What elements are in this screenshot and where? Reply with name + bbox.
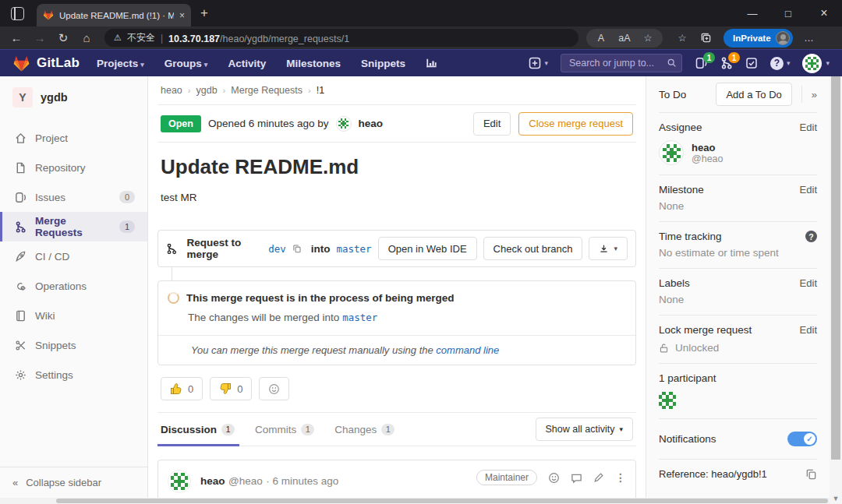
- breadcrumb-mr-id[interactable]: !1: [317, 85, 324, 96]
- tab-discussion[interactable]: Discussion 1: [161, 413, 235, 446]
- command-line-link[interactable]: command line: [436, 344, 499, 356]
- mr-tabs: Discussion 1 Commits 1 Changes 1 Show al…: [157, 412, 636, 446]
- translate-icon[interactable]: aA: [613, 33, 636, 44]
- gitlab-brand-name: GitLab: [37, 55, 80, 71]
- chevron-down-icon: ▾: [140, 61, 144, 69]
- download-dropdown-button[interactable]: ▾: [589, 237, 628, 260]
- issues-dashboard-button[interactable]: 1: [695, 57, 708, 69]
- browser-profile-avatar: [776, 31, 790, 45]
- assignee-name[interactable]: heao: [692, 142, 723, 153]
- thumbs-up-icon: [170, 382, 182, 395]
- nav-groups[interactable]: Groups▾: [165, 58, 208, 69]
- close-window-button[interactable]: ×: [806, 0, 842, 26]
- todos-button[interactable]: [745, 57, 758, 69]
- search-input[interactable]: [561, 54, 682, 72]
- check-out-branch-button[interactable]: Check out branch: [483, 237, 583, 260]
- add-reaction-icon[interactable]: [548, 472, 560, 484]
- inprivate-badge[interactable]: InPrivate: [723, 29, 793, 48]
- nav-projects[interactable]: Projects▾: [97, 58, 144, 69]
- edit-labels-button[interactable]: Edit: [800, 277, 817, 289]
- edit-assignee-button[interactable]: Edit: [800, 122, 817, 133]
- comment-time[interactable]: · 6 minutes ago: [266, 475, 338, 487]
- maximize-button[interactable]: □: [770, 0, 806, 26]
- refresh-icon[interactable]: ↻: [51, 31, 75, 45]
- add-todo-button[interactable]: Add a To Do: [716, 83, 791, 106]
- sidebar-item-operations[interactable]: Operations: [0, 271, 147, 301]
- new-tab-button[interactable]: +: [200, 5, 208, 21]
- show-all-activity-button[interactable]: Show all activity ▾: [536, 418, 633, 441]
- merge-requests-dashboard-button[interactable]: 1: [720, 57, 733, 69]
- author-name[interactable]: heao: [359, 118, 384, 129]
- open-in-web-ide-button[interactable]: Open in Web IDE: [378, 237, 477, 260]
- security-warning-icon: ⚠: [114, 33, 122, 43]
- time-tracking-help-icon[interactable]: ?: [805, 231, 817, 242]
- breadcrumb-group[interactable]: heao: [161, 85, 182, 96]
- address-bar[interactable]: ⚠ 不安全 | 10.3.70.187/heao/ygdb/merge_requ…: [104, 29, 578, 47]
- help-menu-button[interactable]: ? ▾: [770, 57, 791, 70]
- changes-count: 1: [381, 424, 394, 435]
- target-branch[interactable]: master: [342, 312, 377, 323]
- participants-section: 1 participant: [659, 363, 817, 418]
- forward-icon[interactable]: →: [28, 31, 51, 44]
- scroll-down-arrow-icon[interactable]: ▼: [830, 495, 842, 502]
- copy-reference-icon[interactable]: [805, 468, 817, 480]
- minimize-button[interactable]: —: [734, 0, 770, 26]
- collapse-sidebar-button[interactable]: « Collapse sidebar: [0, 467, 147, 498]
- collections-icon[interactable]: [694, 32, 717, 44]
- milestone-value: None: [659, 200, 817, 212]
- browser-tab[interactable]: Update README.md (!1) · Merge ×: [37, 4, 191, 26]
- horizontal-scrollbar[interactable]: [0, 498, 830, 504]
- sidebar-item-repository[interactable]: Repository: [0, 153, 147, 182]
- favorites-bar-icon[interactable]: ☆: [670, 32, 694, 44]
- commenter-name[interactable]: heao: [200, 475, 225, 487]
- edit-comment-icon[interactable]: [593, 472, 604, 483]
- tab-changes[interactable]: Changes 1: [334, 413, 394, 446]
- sidebar-item-settings[interactable]: Settings: [0, 360, 147, 389]
- edit-button[interactable]: Edit: [473, 112, 511, 136]
- reply-comment-icon[interactable]: [571, 472, 582, 484]
- tab-actions-menu-icon[interactable]: [11, 7, 24, 20]
- new-menu-button[interactable]: ▾: [529, 57, 548, 69]
- vertical-scrollbar[interactable]: ▼: [830, 76, 842, 504]
- nav-activity[interactable]: Activity: [228, 58, 266, 69]
- horizontal-scrollbar-thumb[interactable]: [56, 499, 828, 503]
- chevron-down-icon: ▾: [614, 245, 617, 252]
- sidebar-item-issues[interactable]: Issues 0: [0, 182, 147, 212]
- user-menu-button[interactable]: ▾: [802, 54, 830, 73]
- copy-branch-icon[interactable]: [292, 243, 302, 254]
- close-merge-request-button[interactable]: Close merge request: [518, 112, 633, 136]
- sidebar-item-project[interactable]: Project: [0, 123, 147, 153]
- notifications-toggle[interactable]: ✓: [787, 432, 817, 446]
- tab-commits[interactable]: Commits 1: [255, 413, 314, 446]
- chart-icon[interactable]: [426, 58, 437, 69]
- project-header[interactable]: Y ygdb: [0, 76, 147, 123]
- edit-milestone-button[interactable]: Edit: [800, 184, 817, 196]
- gitlab-home-link[interactable]: GitLab: [12, 55, 80, 72]
- breadcrumb-merge-requests[interactable]: Merge Requests: [231, 85, 302, 96]
- sidebar-item-cicd[interactable]: CI / CD: [0, 241, 147, 271]
- vertical-scrollbar-thumb[interactable]: [831, 76, 840, 460]
- source-branch[interactable]: dev: [268, 243, 286, 255]
- gear-icon: [15, 369, 27, 381]
- breadcrumb-project[interactable]: ygdb: [196, 85, 217, 96]
- kebab-menu-icon[interactable]: ⋮: [615, 471, 626, 484]
- nav-snippets[interactable]: Snippets: [361, 58, 405, 69]
- target-branch[interactable]: master: [336, 243, 371, 255]
- sidebar-item-merge-requests[interactable]: Merge Requests 1: [0, 212, 147, 241]
- thumbs-up-button[interactable]: 0: [161, 377, 203, 400]
- back-icon[interactable]: ←: [5, 31, 28, 44]
- add-favorite-icon[interactable]: ☆: [636, 32, 660, 44]
- tab-close-icon[interactable]: ×: [179, 10, 185, 21]
- read-aloud-icon[interactable]: A: [589, 33, 613, 44]
- edit-lock-button[interactable]: Edit: [800, 324, 817, 336]
- sidebar-item-wiki[interactable]: Wiki: [0, 301, 147, 330]
- nav-milestones[interactable]: Milestones: [286, 58, 341, 69]
- add-emoji-button[interactable]: [259, 377, 289, 400]
- home-icon[interactable]: ⌂: [75, 31, 98, 44]
- participant-avatar[interactable]: [659, 392, 676, 409]
- thumbs-down-button[interactable]: 0: [210, 377, 252, 400]
- sidebar-item-snippets[interactable]: Snippets: [0, 330, 147, 360]
- browser-menu-icon[interactable]: …: [798, 33, 821, 44]
- thumbs-down-icon: [219, 382, 232, 395]
- collapse-right-sidebar-button[interactable]: »: [801, 86, 817, 103]
